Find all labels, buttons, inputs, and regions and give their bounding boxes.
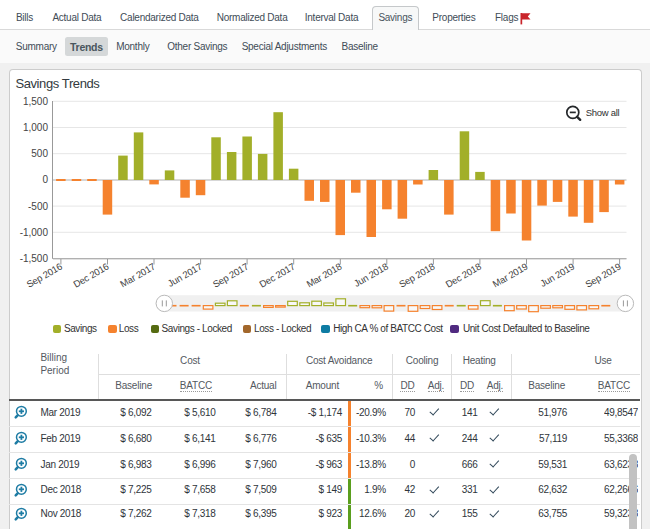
svg-text:Sep 2018: Sep 2018 bbox=[397, 261, 436, 290]
svg-text:Show all: Show all bbox=[586, 107, 620, 118]
svg-text:-500: -500 bbox=[28, 201, 48, 212]
svg-text:Mar 2018: Mar 2018 bbox=[304, 261, 343, 290]
svg-text:Jun 2018: Jun 2018 bbox=[352, 261, 390, 289]
svg-text:Mar 2017: Mar 2017 bbox=[118, 261, 157, 290]
svg-text:Dec 2016: Dec 2016 bbox=[71, 261, 110, 290]
svg-text:Jun 2019: Jun 2019 bbox=[538, 261, 576, 289]
svg-text:Sep 2016: Sep 2016 bbox=[25, 261, 64, 290]
svg-text:Sep 2017: Sep 2017 bbox=[211, 261, 250, 290]
svg-text:0: 0 bbox=[42, 174, 48, 185]
svg-text:-1,000: -1,000 bbox=[20, 227, 49, 238]
svg-text:Dec 2018: Dec 2018 bbox=[444, 261, 483, 290]
svg-text:1,500: 1,500 bbox=[23, 96, 48, 107]
svg-text:Mar 2019: Mar 2019 bbox=[491, 261, 530, 290]
svg-text:Jun 2017: Jun 2017 bbox=[166, 261, 204, 289]
svg-text:Dec 2017: Dec 2017 bbox=[257, 261, 296, 290]
svg-text:-1,500: -1,500 bbox=[20, 253, 49, 264]
svg-text:500: 500 bbox=[31, 148, 48, 159]
svg-text:Sep 2019: Sep 2019 bbox=[583, 261, 622, 290]
svg-text:1,000: 1,000 bbox=[23, 122, 48, 133]
